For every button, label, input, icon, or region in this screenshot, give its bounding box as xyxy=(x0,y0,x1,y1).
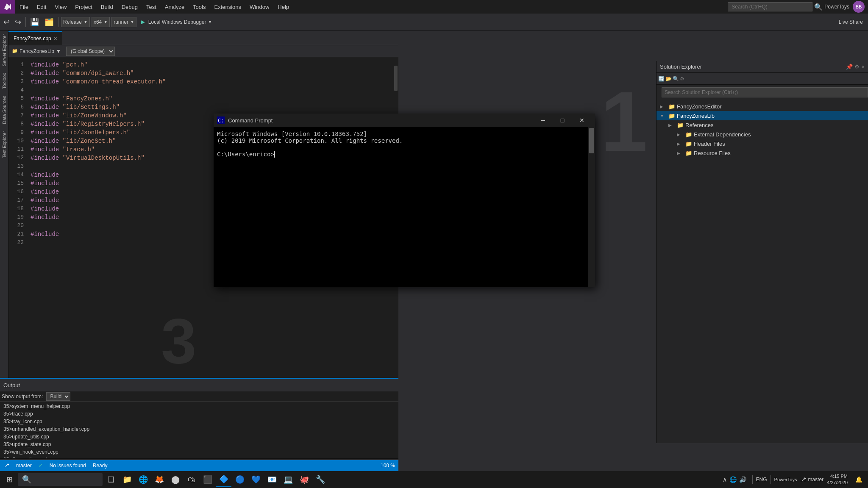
code-line-6[interactable]: #include "lib/Settings.h" xyxy=(29,103,393,111)
se-settings-icon[interactable]: ⚙ xyxy=(854,64,860,70)
notification-btn[interactable]: 🔔 xyxy=(851,472,866,487)
cmd-taskbar-btn[interactable]: ⬛ xyxy=(200,472,215,487)
project-dropdown[interactable]: runner ▼ xyxy=(111,17,136,27)
se-pin-icon[interactable]: 📌 xyxy=(846,64,853,70)
github-btn[interactable]: 🐙 xyxy=(297,472,312,487)
test-explorer-label[interactable]: Test Explorer xyxy=(0,128,8,161)
save-btn[interactable]: 💾 xyxy=(28,16,41,28)
output-line: 35>update_utils.cpp xyxy=(3,433,395,441)
menu-project[interactable]: Project xyxy=(71,0,96,14)
line-num-21: 21 xyxy=(8,230,24,238)
cmd-scrollbar[interactable] xyxy=(588,127,595,287)
lang-indicator[interactable]: ENG xyxy=(756,477,767,482)
tree-item-fancyzoneslib[interactable]: ▼📁 FancyZonesLib xyxy=(657,111,868,120)
scrollbar-thumb[interactable] xyxy=(394,66,398,91)
taskbar-clock[interactable]: 4:15 PM 4/27/2020 xyxy=(827,473,848,486)
toolbar-sep2 xyxy=(58,17,58,27)
chrome-btn[interactable]: ⬤ xyxy=(168,472,183,487)
cmd-prompt[interactable]: C:\Users\enrico> xyxy=(217,151,592,158)
powershell-btn[interactable]: 🔵 xyxy=(232,472,248,487)
data-sources-label[interactable]: Data Sources xyxy=(0,92,8,128)
branch-icon: ⎇ xyxy=(800,477,806,482)
cmd-window[interactable]: C: Command Prompt ─ □ ✕ Microsoft Window… xyxy=(214,114,595,287)
menu-extensions[interactable]: Extensions xyxy=(210,0,245,14)
se-toolbar-btn4[interactable]: ⚙ xyxy=(680,76,684,82)
cmd-minimize-btn[interactable]: ─ xyxy=(533,114,553,127)
menu-test[interactable]: Test xyxy=(142,0,161,14)
undo-btn[interactable]: ↩ xyxy=(2,16,11,28)
edge-btn[interactable]: 🌐 xyxy=(136,472,151,487)
tree-item-fancyzoneseditor[interactable]: ▶📁 FancyZonesEditor xyxy=(657,102,868,111)
line-num-16: 16 xyxy=(8,188,24,196)
powertoys-taskbar-label[interactable]: PowerToys xyxy=(774,477,797,482)
toolbox-label[interactable]: Toolbox xyxy=(0,69,8,92)
tree-label: FancyZonesEditor xyxy=(677,103,722,110)
se-search-input[interactable] xyxy=(662,87,868,97)
scope-dropdown[interactable]: (Global Scope) xyxy=(66,47,115,56)
dropdown-arrow-project[interactable]: ▼ xyxy=(56,48,61,54)
taskbar: ⊞ 🔍 ❑ 📁 🌐 🦊 ⬤ 🛍 ⬛ 🔷 🔵 💙 📧 💻 🐙 🔧 ∧ 🌐 🔊 EN… xyxy=(0,471,868,488)
live-share-label[interactable]: Live Share xyxy=(839,19,863,25)
code-line-5[interactable]: #include "FancyZones.h" xyxy=(29,94,393,103)
code-line-1[interactable]: #include "pch.h" xyxy=(29,61,393,69)
branch-name[interactable]: master xyxy=(808,477,823,482)
line-num-6: 6 xyxy=(8,103,24,111)
dev-btn[interactable]: 💻 xyxy=(281,472,296,487)
zoom-label[interactable]: 100 % xyxy=(381,463,395,469)
task-view-btn[interactable]: ❑ xyxy=(103,472,119,487)
code-line-2[interactable]: #include "common/dpi_aware.h" xyxy=(29,69,393,78)
cmd-line2: (c) 2019 Microsoft Corporation. All righ… xyxy=(217,137,592,144)
code-line-3[interactable]: #include "common/on_thread_executor.h" xyxy=(29,78,393,86)
cmd-maximize-btn[interactable]: □ xyxy=(553,114,572,127)
save-all-btn[interactable]: 🗂️ xyxy=(43,16,56,28)
tree-item-references[interactable]: ▶📁 References xyxy=(657,120,868,130)
line-num-5: 5 xyxy=(8,94,24,103)
line-num-18: 18 xyxy=(8,205,24,213)
tree-item-header-files[interactable]: ▶📁 Header Files xyxy=(657,139,868,148)
outlook-btn[interactable]: 📧 xyxy=(264,472,280,487)
explorer-btn[interactable]: 📁 xyxy=(120,472,135,487)
cmd-content[interactable]: Microsoft Windows [Version 10.0.18363.75… xyxy=(214,127,595,287)
menu-view[interactable]: View xyxy=(50,0,71,14)
tree-expand: ▶ xyxy=(677,141,684,146)
se-toolbar-btn3[interactable]: 🔍 xyxy=(673,76,679,82)
se-close-icon[interactable]: × xyxy=(861,64,865,70)
tray-expand[interactable]: ∧ xyxy=(723,476,727,483)
se-toolbar-btn1[interactable]: 🔄 xyxy=(658,76,665,82)
profile-avatar[interactable]: BB xyxy=(853,1,865,13)
search-input[interactable] xyxy=(728,2,812,11)
config-dropdown[interactable]: Release ▼ xyxy=(61,17,90,27)
search-btn[interactable]: 🔍 xyxy=(18,472,103,487)
arch-dropdown[interactable]: x64 ▼ xyxy=(92,17,110,27)
menu-file[interactable]: File xyxy=(15,0,33,14)
se-toolbar-btn2[interactable]: 📂 xyxy=(665,76,672,82)
tree-item-external-dependencies[interactable]: ▶📁 External Dependencies xyxy=(657,130,868,139)
tree-item-resource-files[interactable]: ▶📁 Resource Files xyxy=(657,148,868,158)
store-btn[interactable]: 🛍 xyxy=(184,472,199,487)
vs-taskbar-btn[interactable]: 🔷 xyxy=(216,472,231,487)
code-line-4[interactable] xyxy=(29,86,393,94)
start-btn[interactable]: ⊞ xyxy=(2,472,17,487)
firefox-btn[interactable]: 🦊 xyxy=(152,472,167,487)
server-explorer-label[interactable]: Server Explorer xyxy=(0,30,8,69)
taskbar-search-box[interactable]: 🔍 xyxy=(18,473,103,486)
output-source-select[interactable]: Build xyxy=(46,392,70,401)
redo-btn[interactable]: ↪ xyxy=(13,16,23,28)
output-panel: Output Show output from: Build 35>system… xyxy=(0,378,398,471)
run-button[interactable]: ▶ Local Windows Debugger ▼ xyxy=(138,16,217,28)
vscode-btn[interactable]: 💙 xyxy=(248,472,264,487)
cmd-close-btn[interactable]: ✕ xyxy=(572,114,592,127)
menu-tools[interactable]: Tools xyxy=(189,0,210,14)
debug-config-dropdown[interactable]: Local Windows Debugger ▼ xyxy=(147,17,214,27)
menu-window[interactable]: Window xyxy=(245,0,273,14)
tray-network[interactable]: 🌐 xyxy=(729,476,737,483)
tray-volume[interactable]: 🔊 xyxy=(739,476,746,483)
menu-edit[interactable]: Edit xyxy=(33,0,50,14)
menu-debug[interactable]: Debug xyxy=(117,0,142,14)
editor-tab-fancyzones[interactable]: FancyZones.cpp × xyxy=(8,31,62,45)
extra-btn[interactable]: 🔧 xyxy=(313,472,328,487)
menu-build[interactable]: Build xyxy=(97,0,117,14)
menu-help[interactable]: Help xyxy=(273,0,293,14)
tab-close-btn[interactable]: × xyxy=(54,35,57,42)
menu-analyze[interactable]: Analyze xyxy=(161,0,189,14)
